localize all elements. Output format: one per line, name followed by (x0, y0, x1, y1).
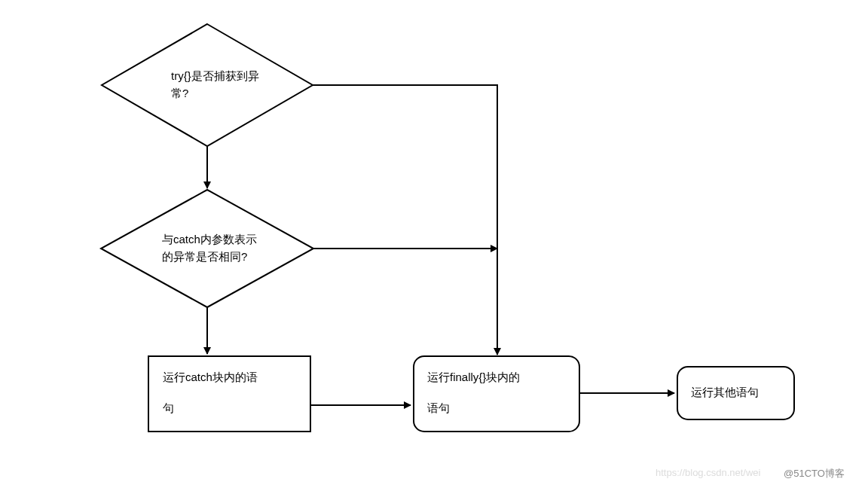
decision-catch-label: 与catch内参数表示 的异常是否相同? (162, 231, 283, 265)
decision-catch-line1: 与catch内参数表示 (162, 231, 283, 249)
process-other-label: 运行其他语句 (691, 384, 759, 401)
process-catch-line1: 运行catch块内的语 (163, 369, 298, 386)
process-finally-label: 运行finally{}块内的 语句 (427, 369, 570, 416)
process-finally-line1: 运行finally{}块内的 (427, 369, 570, 386)
watermark-left: https://blog.csdn.net/wei (656, 467, 760, 478)
decision-try-line2: 常? (171, 85, 277, 102)
decision-try-label: try{}是否捕获到异 常? (171, 68, 277, 102)
arrow-d1-to-finally (313, 85, 497, 209)
process-finally-line2: 语句 (427, 400, 570, 417)
watermark-right: @51CTO博客 (784, 467, 845, 480)
process-catch-label: 运行catch块内的语 句 (163, 369, 298, 416)
decision-try-line1: try{}是否捕获到异 (171, 68, 277, 85)
decision-catch-line2: 的异常是否相同? (162, 249, 283, 266)
process-catch-line2: 句 (163, 400, 298, 417)
